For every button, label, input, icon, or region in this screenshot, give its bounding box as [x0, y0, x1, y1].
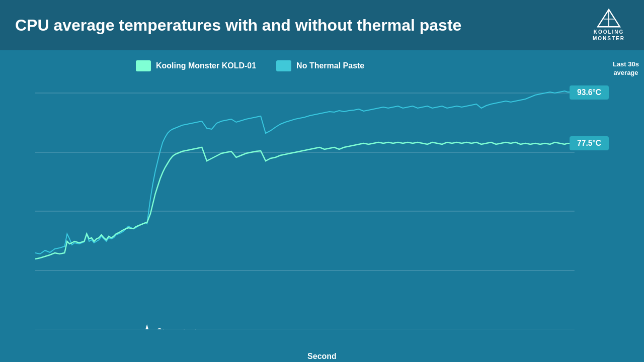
legend: Kooling Monster KOLD-01 No Thermal Paste	[136, 60, 364, 71]
legend-no-paste-color	[276, 60, 291, 71]
kold-value: 77.5°C	[577, 139, 601, 147]
legend-no-paste: No Thermal Paste	[276, 60, 364, 71]
no-paste-line	[35, 91, 568, 254]
legend-kold-label: Kooling Monster KOLD-01	[156, 61, 256, 70]
logo-icon	[596, 9, 621, 29]
svg-text:Stress test: Stress test	[157, 327, 197, 329]
kold-line	[35, 142, 568, 259]
svg-marker-56	[144, 324, 150, 329]
x-axis-label: Second	[307, 352, 337, 361]
last-30s-label: Last 30saverage	[613, 60, 639, 77]
legend-kold: Kooling Monster KOLD-01	[136, 60, 256, 71]
logo: KOOLINGMONSTER	[589, 9, 629, 42]
legend-no-paste-label: No Thermal Paste	[296, 61, 364, 70]
logo-text: KOOLINGMONSTER	[593, 29, 625, 42]
header: CPU average temperatures with and withou…	[0, 0, 644, 50]
no-paste-value: 93.6°C	[577, 88, 601, 97]
page-title: CPU average temperatures with and withou…	[15, 16, 461, 35]
chart-container: Kooling Monster KOLD-01 No Thermal Paste…	[0, 50, 644, 362]
chart-svg: 0 25 50 75 100 °C 2 4 6 8 10 12 14 16 18…	[35, 83, 609, 329]
legend-kold-color	[136, 60, 151, 71]
